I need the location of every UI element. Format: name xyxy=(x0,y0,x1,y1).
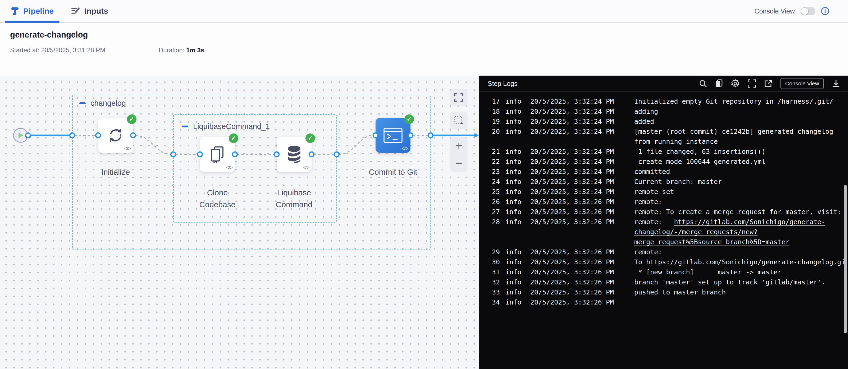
open-in-new-icon[interactable] xyxy=(764,79,773,88)
tab-pipeline[interactable]: Pipeline xyxy=(4,0,61,23)
node-clone-codebase[interactable]: ✓ </> xyxy=(200,137,235,172)
zoom-in-button[interactable]: + xyxy=(450,137,468,154)
log-row: 29 info 20/5/2025, 3:32:26 PM remote: xyxy=(479,247,844,257)
node-liquibase-command[interactable]: ✓ </> xyxy=(277,137,312,172)
canvas-select-button[interactable] xyxy=(450,111,468,129)
node-initialize[interactable]: ✓ </> xyxy=(98,118,133,153)
top-tab-bar: Pipeline Inputs Console View xyxy=(0,0,848,23)
stage-label-changelog: changelog xyxy=(79,99,126,108)
pipeline-start-node[interactable] xyxy=(13,128,28,143)
log-text: Initialized empty Git repository in /har… xyxy=(634,98,833,105)
log-row: from running instance xyxy=(479,137,844,147)
info-icon[interactable]: i xyxy=(821,7,829,15)
log-text: remote: xyxy=(634,218,674,226)
console-view-button[interactable]: Console View xyxy=(780,78,824,89)
canvas-fit-view-button[interactable] xyxy=(450,89,468,106)
code-mark: </> xyxy=(226,165,232,170)
log-timestamp: 20/5/2025, 3:32:26 PM xyxy=(530,277,634,287)
log-message: remote: https://gitlab.com/Sonichigo/gen… xyxy=(634,217,844,227)
log-level: info xyxy=(500,217,530,227)
log-row: 34 info 20/5/2025, 3:32:26 PM xyxy=(479,297,844,307)
log-message: changelog/-/merge_requests/new? xyxy=(634,227,844,237)
log-timestamp xyxy=(530,137,634,147)
log-message: * [new branch] master -> master xyxy=(634,267,844,277)
collapse-group-icon[interactable] xyxy=(182,126,188,127)
log-line-number: 23 xyxy=(479,167,500,177)
log-timestamp: 20/5/2025, 3:32:24 PM xyxy=(530,187,634,197)
log-text: remote: To create a merge request for ma… xyxy=(634,208,841,216)
log-text: remote: xyxy=(634,248,662,256)
log-message xyxy=(634,297,844,307)
log-link[interactable]: changelog/-/merge_requests/new? xyxy=(634,228,758,236)
copy-icon[interactable] xyxy=(715,79,723,88)
inputs-icon xyxy=(71,7,80,15)
log-level: info xyxy=(500,106,530,116)
page-title: generate-changelog xyxy=(10,30,88,40)
group-label-liquibasecommand: LiquibaseCommand_1 xyxy=(182,122,270,131)
log-message: merge_request%5Bsource_branch%5D=master xyxy=(634,237,844,247)
canvas-zoom-controls: + − xyxy=(450,137,468,172)
success-badge-icon: ✓ xyxy=(306,133,315,143)
expand-logs-icon[interactable] xyxy=(748,79,756,88)
log-message: from running instance xyxy=(634,137,844,147)
success-badge-icon: ✓ xyxy=(229,133,238,143)
log-row: 25 info 20/5/2025, 3:32:24 PM remote set xyxy=(479,187,844,197)
pipeline-icon xyxy=(10,7,19,15)
node-label-liquibase-command: Liquibase Command xyxy=(268,187,320,210)
log-link[interactable]: merge_request%5Bsource_branch%5D=master xyxy=(634,238,789,246)
log-timestamp: 20/5/2025, 3:32:24 PM xyxy=(530,157,634,167)
log-message: create mode 100644 generated.yml xyxy=(634,157,844,167)
log-scrollbar[interactable] xyxy=(844,185,847,333)
clone-codebase-icon xyxy=(209,146,226,163)
log-timestamp: 20/5/2025, 3:32:26 PM xyxy=(530,297,634,307)
log-text: 1 file changed, 63 insertions(+) xyxy=(634,148,766,156)
log-line-number: 26 xyxy=(479,197,500,207)
log-text: create mode 100644 generated.yml xyxy=(634,158,766,165)
log-timestamp: 20/5/2025, 3:32:24 PM xyxy=(530,116,634,127)
log-line-number: 17 xyxy=(479,97,500,106)
log-line-number: 32 xyxy=(479,277,500,287)
console-view-toggle[interactable] xyxy=(801,7,815,15)
log-row: 24 info 20/5/2025, 3:32:24 PM Current br… xyxy=(479,177,844,187)
log-text: pushed to master branch xyxy=(634,289,726,296)
log-text: To xyxy=(634,258,646,266)
log-message: remote: xyxy=(634,197,844,207)
code-mark: </> xyxy=(303,165,309,170)
collapse-stage-icon[interactable] xyxy=(79,102,86,104)
log-timestamp: 20/5/2025, 3:32:24 PM xyxy=(530,177,634,187)
log-level: info xyxy=(500,257,530,267)
log-text: added xyxy=(634,118,654,125)
log-message: [master (root-commit) ce1242b] generated… xyxy=(634,127,844,137)
pipeline-canvas[interactable]: changelog LiquibaseCommand_1 ✓ xyxy=(0,76,479,369)
log-link[interactable]: https://gitlab.com/Sonichigo/generate-ch… xyxy=(646,258,844,266)
log-timestamp: 20/5/2025, 3:32:26 PM xyxy=(530,267,634,277)
success-badge-icon: ✓ xyxy=(127,114,136,124)
log-row: 19 info 20/5/2025, 3:32:24 PM added xyxy=(479,116,844,127)
search-icon[interactable] xyxy=(699,79,707,88)
settings-gear-icon[interactable] xyxy=(731,79,740,88)
log-line-number: 20 xyxy=(479,127,500,137)
tab-inputs[interactable]: Inputs xyxy=(64,0,115,23)
step-logs-panel: Step Logs xyxy=(479,76,848,369)
tab-inputs-label: Inputs xyxy=(84,7,108,15)
log-message: To https://gitlab.com/Sonichigo/generate… xyxy=(634,257,844,267)
log-level: info xyxy=(500,207,530,217)
log-message: 1 file changed, 63 insertions(+) xyxy=(634,147,844,157)
zoom-out-button[interactable]: − xyxy=(450,154,468,172)
log-line-number xyxy=(479,137,500,147)
log-output[interactable]: 17 info 20/5/2025, 3:32:24 PM Initialize… xyxy=(479,92,844,369)
log-level: info xyxy=(500,247,530,257)
download-logs-icon[interactable] xyxy=(832,79,840,88)
execution-meta: Started at: 20/5/2025, 3:31:28 PM Durati… xyxy=(10,46,105,54)
log-line-number: 34 xyxy=(479,297,500,307)
log-link[interactable]: https://gitlab.com/Sonichigo/generate- xyxy=(674,218,826,226)
log-message: Initialized empty Git repository in /har… xyxy=(634,97,844,106)
log-row: 28 info 20/5/2025, 3:32:26 PM remote: ht… xyxy=(479,217,844,227)
node-label-initialize: Initialize xyxy=(89,168,142,176)
log-line-number: 33 xyxy=(479,287,500,297)
log-level xyxy=(500,227,530,237)
log-text: Current branch: master xyxy=(634,178,722,186)
log-message: committed xyxy=(634,167,844,177)
node-commit-to-git[interactable]: ✓ </> xyxy=(376,118,410,153)
execution-header: generate-changelog Started at: 20/5/2025… xyxy=(0,23,848,75)
